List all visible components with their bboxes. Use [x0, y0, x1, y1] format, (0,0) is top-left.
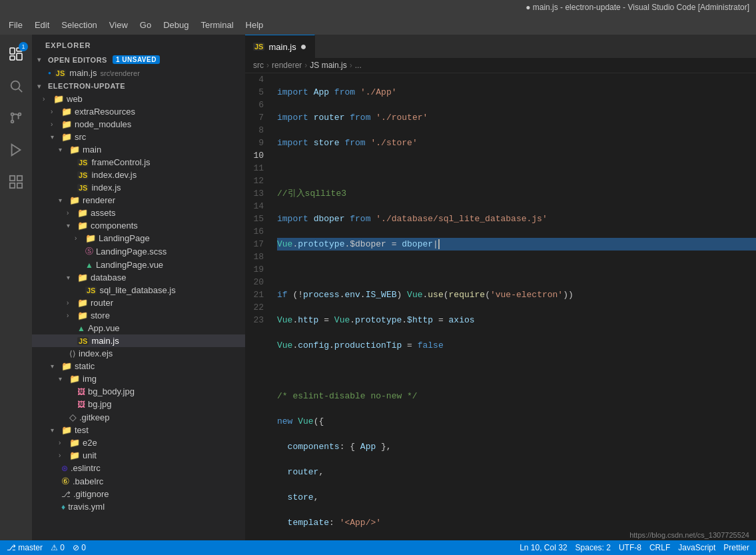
- folder-test[interactable]: 📁 test: [32, 424, 245, 436]
- breadcrumb-file[interactable]: JS main.js: [310, 61, 346, 70]
- menu-edit[interactable]: Edit: [29, 17, 55, 33]
- folder-renderer[interactable]: 📁 renderer: [32, 194, 245, 207]
- root-chevron: [37, 83, 45, 90]
- menu-terminal[interactable]: Terminal: [195, 17, 238, 33]
- folder-extra-icon: 📁: [61, 107, 72, 117]
- tab-js-icon: JS: [253, 43, 264, 51]
- svg-rect-13: [10, 183, 15, 188]
- folder-assets-label: assets: [91, 208, 116, 218]
- breadcrumb-sep3: ›: [350, 61, 352, 70]
- ejs-icon: ⟨⟩: [69, 349, 76, 358]
- file-landingpage-scss[interactable]: Ⓢ LandingPage.scss: [32, 245, 245, 259]
- folder-renderer-icon: 📁: [69, 195, 80, 205]
- open-editors-header[interactable]: OPEN EDITORS 1 UNSAVED: [32, 53, 245, 67]
- debug-icon[interactable]: [0, 134, 32, 166]
- folder-web[interactable]: 📁 web: [32, 93, 245, 105]
- sidebar: EXPLORER OPEN EDITORS 1 UNSAVED ● JS mai…: [32, 35, 245, 540]
- file-bg[interactable]: 🖼 bg.jpg: [32, 398, 245, 410]
- open-file-path: src\renderer: [101, 69, 140, 77]
- breadcrumb: src › renderer › JS main.js › ...: [245, 58, 756, 73]
- file-index-ejs[interactable]: ⟨⟩ index.ejs: [32, 347, 245, 360]
- file-eslintrc[interactable]: ⊛ .eslintrc: [32, 462, 245, 474]
- folder-e2e[interactable]: 📁 e2e: [32, 436, 245, 449]
- folder-components[interactable]: 📁 components: [32, 219, 245, 232]
- language-mode[interactable]: JavaScript: [678, 543, 715, 552]
- line-endings[interactable]: CRLF: [649, 543, 670, 552]
- folder-router-label: router: [91, 298, 113, 308]
- code-lines[interactable]: import App from './App' import router fr…: [272, 73, 756, 530]
- open-editors-section: OPEN EDITORS 1 UNSAVED ● JS main.js src\…: [32, 53, 245, 79]
- file-bg-body[interactable]: 🖼 bg_body.jpg: [32, 385, 245, 398]
- file-travis[interactable]: ♦ travis.yml: [32, 500, 245, 513]
- eslint-icon: ⊛: [61, 464, 68, 473]
- sidebar-title: EXPLORER: [32, 35, 245, 53]
- encoding[interactable]: UTF-8: [619, 543, 641, 552]
- file-gitignore[interactable]: ⎇ .gitignore: [32, 488, 245, 500]
- img-icon-bgbody: 🖼: [77, 387, 85, 396]
- folder-database-icon: 📁: [77, 273, 88, 282]
- source-control-icon[interactable]: [0, 102, 32, 134]
- indent-spaces[interactable]: Spaces: 2: [575, 543, 611, 552]
- menu-go[interactable]: Go: [135, 17, 157, 33]
- menu-debug[interactable]: Debug: [158, 17, 194, 33]
- file-gitkeep[interactable]: ◇ .gitkeep: [32, 410, 245, 424]
- git-branch[interactable]: ⎇ master: [7, 543, 43, 552]
- svg-marker-10: [12, 145, 21, 156]
- status-right: Ln 10, Col 32 Spaces: 2 UTF-8 CRLF JavaS…: [520, 543, 749, 552]
- folder-extraresources[interactable]: 📁 extraResources: [32, 105, 245, 118]
- code-editor[interactable]: 4 5 6 7 8 9 10 11 12 13 14 15 16 17 18 1…: [245, 73, 756, 530]
- file-indexejs-label: index.ejs: [79, 348, 113, 358]
- file-landingpage-vue-label: LandingPage.vue: [96, 260, 163, 270]
- folder-assets[interactable]: 📁 assets: [32, 207, 245, 219]
- file-landingpage-vue[interactable]: ▲ LandingPage.vue: [32, 259, 245, 271]
- menu-view[interactable]: View: [104, 17, 133, 33]
- folder-assets-icon: 📁: [77, 208, 88, 218]
- svg-rect-11: [10, 176, 15, 181]
- folder-img-label: img: [83, 374, 97, 384]
- warnings-count[interactable]: ⊘ 0: [73, 543, 86, 552]
- folder-src[interactable]: 📁 src: [32, 131, 245, 143]
- breadcrumb-src[interactable]: src: [253, 61, 264, 70]
- router-chevron: [67, 299, 75, 306]
- tab-main-js[interactable]: JS main.js ●: [245, 35, 315, 58]
- file-index-dev[interactable]: JS index.dev.js: [32, 169, 245, 181]
- file-framecontrol[interactable]: JS frameControl.js: [32, 156, 245, 169]
- formatter[interactable]: Prettier: [723, 543, 749, 552]
- menu-selection[interactable]: Selection: [56, 17, 102, 33]
- folder-web-label: web: [67, 94, 83, 104]
- svg-line-5: [19, 89, 22, 92]
- folder-node-modules[interactable]: 📁 node_modules: [32, 118, 245, 131]
- menu-file[interactable]: File: [3, 17, 28, 33]
- folder-database[interactable]: 📁 database: [32, 271, 245, 284]
- vue-icon-app: ▲: [77, 324, 85, 333]
- folder-store[interactable]: 📁 store: [32, 309, 245, 322]
- open-editor-file[interactable]: ● JS main.js src\renderer: [32, 67, 245, 79]
- folder-unit[interactable]: 📁 unit: [32, 449, 245, 462]
- file-babelrc[interactable]: ⑥ .babelrc: [32, 474, 245, 488]
- folder-static[interactable]: 📁 static: [32, 360, 245, 372]
- tab-bar: JS main.js ●: [245, 35, 756, 58]
- file-app-vue[interactable]: ▲ App.vue: [32, 322, 245, 334]
- errors-count[interactable]: ⚠ 0: [51, 543, 65, 552]
- database-chevron: [67, 274, 75, 281]
- folder-landingpage[interactable]: 📁 LandingPage: [32, 232, 245, 245]
- test-chevron: [51, 426, 59, 434]
- file-sqldb[interactable]: JS sql_lite_database.js: [32, 284, 245, 296]
- folder-img[interactable]: 📁 img: [32, 372, 245, 385]
- folder-src-label: src: [75, 132, 86, 142]
- cursor-position[interactable]: Ln 10, Col 32: [520, 543, 567, 552]
- explorer-icon[interactable]: 1: [0, 38, 32, 70]
- file-main-js[interactable]: JS main.js: [32, 334, 245, 347]
- title-text: ● main.js - electron-update - Visual Stu…: [526, 3, 749, 12]
- search-icon[interactable]: [0, 70, 32, 102]
- file-indexdev-label: index.dev.js: [91, 170, 137, 180]
- breadcrumb-renderer[interactable]: renderer: [272, 61, 302, 70]
- folder-main[interactable]: 📁 main: [32, 143, 245, 156]
- file-index[interactable]: JS index.js: [32, 181, 245, 194]
- menu-help[interactable]: Help: [240, 17, 269, 33]
- url-text: https://blog.csdn.net/cs_1307725524: [629, 531, 749, 539]
- extensions-icon[interactable]: [0, 166, 32, 198]
- folder-router[interactable]: 📁 router: [32, 296, 245, 309]
- root-folder-label[interactable]: ELECTRON-UPDATE: [32, 79, 245, 93]
- git-icon: ⎇: [61, 490, 71, 499]
